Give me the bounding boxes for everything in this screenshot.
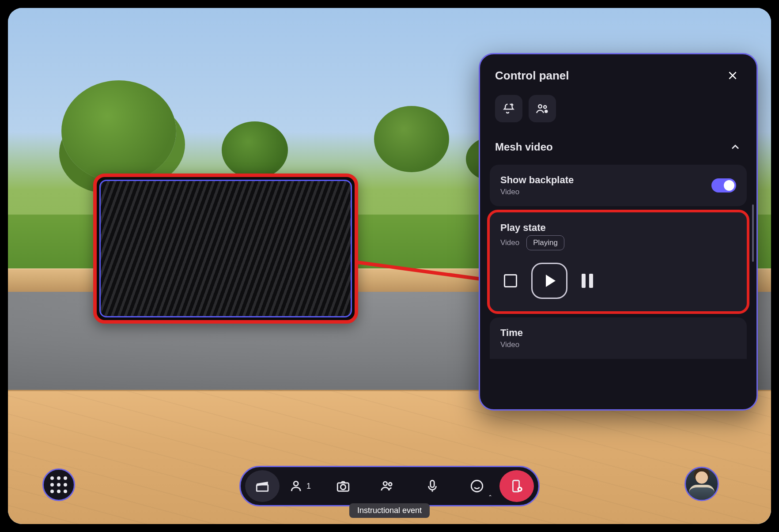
scene-3d-environment: Control panel Mesh video [8,8,771,524]
time-card: Time Video [490,317,747,359]
people-group-icon [380,479,395,494]
microphone-button[interactable] [410,470,454,502]
svg-point-2 [544,106,546,108]
notifications-button[interactable] [495,95,522,122]
backplate-sub: Video [500,188,574,196]
backplate-toggle[interactable] [711,178,736,192]
clapperboard-button[interactable] [245,470,280,502]
bottom-dock: 1 ⌃ [239,466,540,506]
camera-button[interactable] [321,470,365,502]
playstate-sub: Video [500,238,519,247]
user-avatar[interactable] [684,467,719,501]
stop-button[interactable] [504,274,517,287]
smile-icon [469,479,484,494]
media-controls [500,263,736,299]
tree-foliage [61,80,176,182]
reactions-button[interactable]: ⌃ [455,470,499,502]
people-icon [536,102,549,115]
control-panel: Control panel Mesh video [479,53,758,411]
people-count-button[interactable]: 1 [280,470,320,502]
play-icon [546,275,556,287]
grid-icon [50,476,67,493]
playstate-badge: Playing [526,235,564,250]
leave-icon [509,479,524,494]
time-sub: Video [500,340,736,349]
leave-button[interactable] [499,470,534,502]
video-content [99,180,352,317]
chevron-up-icon [729,141,741,153]
svg-rect-10 [430,480,434,487]
panel-title: Control panel [495,69,569,83]
play-button[interactable] [531,263,567,299]
panel-toolbar [480,92,756,133]
toggle-knob [724,180,734,191]
app-launcher-button[interactable] [42,468,75,501]
participants-button[interactable] [529,95,556,122]
stop-icon [504,274,517,287]
microphone-icon [425,479,440,494]
svg-point-3 [545,110,548,113]
svg-point-9 [389,483,392,486]
tree-foliage [374,106,449,172]
close-icon [727,70,738,81]
playstate-title: Play state [500,222,564,234]
share-screen-button[interactable] [366,470,409,502]
tree-foliage [222,121,288,179]
show-backplate-card: Show backplate Video [490,165,747,206]
event-label: Instructional event [349,503,430,518]
camera-icon [336,479,351,494]
video-screen-highlight[interactable] [93,174,358,324]
viewport: Control panel Mesh video [0,0,779,532]
backplate-title: Show backplate [500,174,574,186]
bell-icon [502,102,515,115]
clapperboard-icon [255,479,270,494]
svg-point-8 [383,482,387,486]
chevron-up-icon: ⌃ [488,494,492,500]
svg-point-1 [538,105,542,108]
pause-icon [582,274,593,288]
person-icon [290,479,305,494]
section-header-mesh-video[interactable]: Mesh video [480,133,756,161]
close-button[interactable] [724,67,741,84]
pause-button[interactable] [582,274,593,288]
people-count: 1 [306,482,311,491]
svg-point-11 [471,480,483,492]
play-state-card-highlight: Play state Video Playing [487,210,749,314]
time-title: Time [500,327,736,339]
svg-point-5 [294,481,298,486]
section-title: Mesh video [495,141,553,153]
svg-point-7 [340,484,345,489]
